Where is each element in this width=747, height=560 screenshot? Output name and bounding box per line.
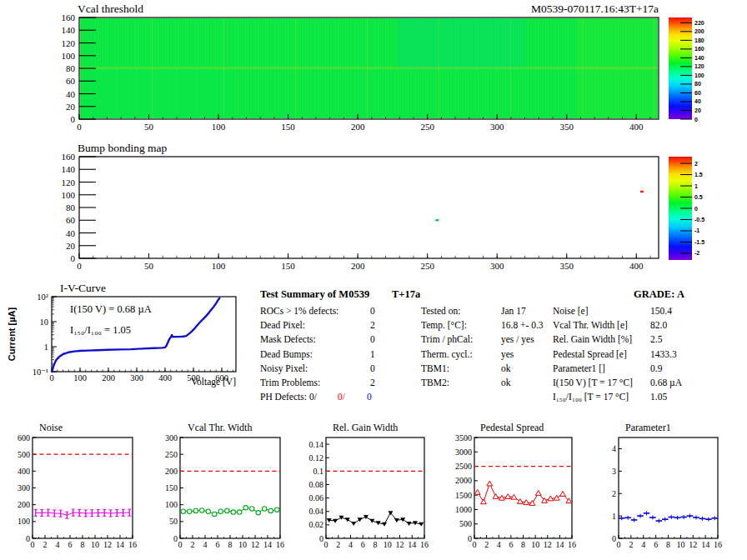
svg-text:200: 200 bbox=[102, 373, 115, 382]
svg-text:220: 220 bbox=[694, 20, 704, 26]
vcal-map-title: Vcal threshold bbox=[78, 3, 143, 16]
svg-text:0: 0 bbox=[617, 540, 621, 549]
svg-text:-1.5: -1.5 bbox=[694, 239, 704, 245]
vcal-width-plot-title: Vcal Thr. Width bbox=[188, 422, 252, 433]
summary-left-value-part: 0 bbox=[367, 392, 372, 402]
relgain-plot-title: Rel. Gain Width bbox=[333, 422, 398, 433]
param1-plot-title: Parameter1 bbox=[625, 422, 671, 433]
svg-text:150: 150 bbox=[281, 122, 295, 132]
svg-text:2000: 2000 bbox=[455, 476, 472, 485]
svg-text:0: 0 bbox=[77, 122, 82, 132]
svg-text:100: 100 bbox=[62, 190, 76, 200]
heatmap-patch bbox=[80, 67, 658, 70]
iv-y-axis-label: Current [µA] bbox=[7, 296, 17, 372]
summary-right-value: 82.0 bbox=[650, 320, 667, 331]
svg-text:0: 0 bbox=[71, 114, 76, 124]
svg-text:50: 50 bbox=[169, 517, 178, 526]
summary-right-label: Parameter1 [] bbox=[553, 363, 605, 374]
svg-text:8: 8 bbox=[521, 540, 525, 549]
svg-text:80: 80 bbox=[66, 202, 76, 212]
svg-text:6: 6 bbox=[654, 540, 658, 549]
svg-text:14: 14 bbox=[263, 540, 272, 549]
param1-plot: 012340246810121416 bbox=[612, 438, 722, 549]
svg-text:10²: 10² bbox=[37, 292, 48, 302]
svg-text:12: 12 bbox=[103, 540, 112, 549]
svg-text:0.5: 0.5 bbox=[694, 194, 703, 200]
svg-text:0: 0 bbox=[31, 540, 35, 549]
summary-mid-label: Trim / phCal: bbox=[421, 334, 473, 345]
svg-text:8: 8 bbox=[374, 540, 378, 549]
summary-left-value: 0 bbox=[370, 334, 375, 345]
summary-mid-value: yes / yes bbox=[501, 334, 534, 345]
svg-text:4: 4 bbox=[612, 444, 616, 453]
svg-text:140: 140 bbox=[62, 25, 76, 35]
svg-text:4: 4 bbox=[497, 540, 501, 549]
bump-map-title: Bump bonding map bbox=[78, 142, 167, 155]
svg-text:0: 0 bbox=[694, 117, 698, 122]
summary-right-value: 0.68 µA bbox=[650, 378, 682, 388]
svg-text:16: 16 bbox=[128, 540, 137, 549]
svg-text:200: 200 bbox=[694, 28, 704, 34]
svg-text:160: 160 bbox=[694, 46, 704, 52]
summary-mid-value: Jan 17 bbox=[501, 306, 526, 317]
summary-title-suffix: T+17a bbox=[392, 289, 420, 301]
svg-text:8: 8 bbox=[228, 540, 233, 549]
svg-text:100: 100 bbox=[694, 72, 704, 78]
svg-text:100: 100 bbox=[73, 373, 87, 382]
svg-text:400: 400 bbox=[18, 467, 30, 476]
svg-text:80: 80 bbox=[66, 63, 76, 73]
summary-left-label: Mask Defects: bbox=[260, 334, 316, 345]
svg-text:300: 300 bbox=[18, 483, 30, 492]
svg-text:2: 2 bbox=[336, 540, 340, 549]
svg-text:20: 20 bbox=[66, 241, 76, 251]
svg-text:400: 400 bbox=[629, 261, 644, 271]
svg-text:0.08: 0.08 bbox=[309, 480, 324, 489]
svg-text:3: 3 bbox=[612, 467, 616, 476]
svg-text:10: 10 bbox=[384, 540, 392, 549]
svg-text:6: 6 bbox=[361, 540, 365, 549]
iv-curve-title: I-V-Curve bbox=[60, 282, 106, 295]
svg-text:200: 200 bbox=[351, 261, 365, 271]
vcal-threshold-heatmap bbox=[80, 18, 658, 118]
svg-text:150: 150 bbox=[165, 483, 178, 492]
svg-text:100: 100 bbox=[212, 122, 226, 132]
svg-text:2: 2 bbox=[694, 161, 698, 167]
svg-text:8: 8 bbox=[81, 540, 85, 549]
svg-text:250: 250 bbox=[420, 261, 434, 271]
svg-text:0.1: 0.1 bbox=[313, 467, 324, 476]
svg-text:8: 8 bbox=[666, 540, 670, 549]
svg-text:10: 10 bbox=[531, 540, 539, 549]
svg-text:2: 2 bbox=[191, 540, 195, 549]
pedestal-plot-title: Pedestal Spread bbox=[480, 422, 544, 433]
svg-text:0.14: 0.14 bbox=[309, 440, 324, 449]
svg-text:1: 1 bbox=[694, 183, 698, 189]
svg-text:14: 14 bbox=[408, 540, 416, 549]
summary-mid-label: TBM2: bbox=[421, 378, 449, 388]
svg-text:160: 160 bbox=[62, 12, 76, 22]
svg-text:120: 120 bbox=[62, 38, 76, 48]
svg-text:16: 16 bbox=[568, 540, 576, 549]
svg-text:40: 40 bbox=[66, 228, 76, 238]
svg-text:0: 0 bbox=[612, 534, 616, 543]
svg-text:0: 0 bbox=[473, 540, 477, 549]
svg-text:0.12: 0.12 bbox=[309, 453, 324, 462]
svg-text:40: 40 bbox=[694, 98, 701, 104]
svg-text:140: 140 bbox=[62, 164, 76, 174]
summary-left-value: 0 bbox=[370, 363, 375, 374]
svg-text:3000: 3000 bbox=[455, 448, 472, 457]
svg-text:-2: -2 bbox=[694, 250, 699, 256]
svg-text:160: 160 bbox=[62, 152, 76, 162]
summary-mid-label: TBM1: bbox=[421, 363, 449, 374]
summary-left-label: Noisy Pixel: bbox=[260, 363, 308, 374]
svg-text:0.06: 0.06 bbox=[309, 493, 324, 502]
svg-text:250: 250 bbox=[420, 122, 434, 132]
svg-text:50: 50 bbox=[144, 122, 154, 132]
summary-left-label: ROCs > 1% defects: bbox=[260, 306, 338, 317]
summary-left-label: PH Defects: bbox=[260, 392, 307, 402]
svg-text:6: 6 bbox=[216, 540, 220, 549]
svg-text:10: 10 bbox=[238, 540, 247, 549]
summary-mid-value: ok bbox=[501, 378, 511, 388]
svg-text:0: 0 bbox=[49, 373, 53, 382]
svg-text:300: 300 bbox=[165, 433, 178, 442]
relgain-plot: 00.020.040.060.080.10.120.14024681012141… bbox=[309, 438, 429, 549]
